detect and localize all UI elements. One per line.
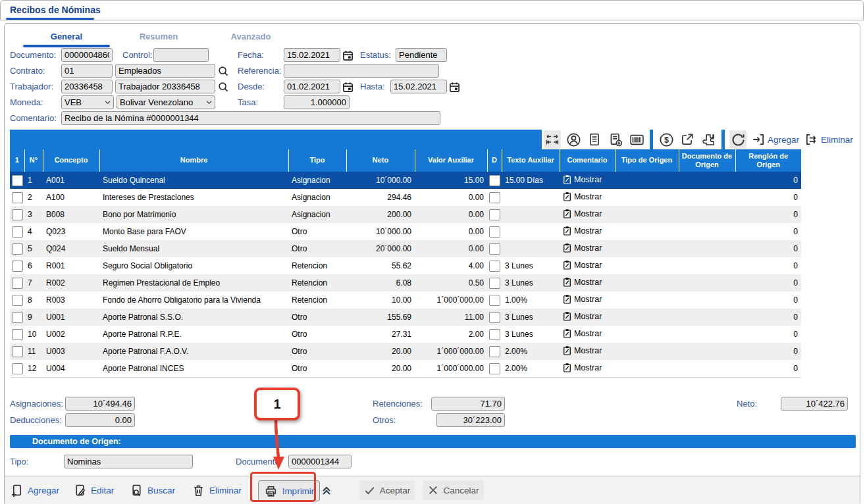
table-row[interactable]: 11U003Aporte Patronal F.A.O.V.Otro20.001… [10, 343, 801, 360]
mostrar-link[interactable]: Mostrar [563, 328, 602, 338]
mostrar-link[interactable]: Mostrar [563, 260, 602, 270]
col-header-valor-aux[interactable]: Valor Auxiliar [415, 149, 487, 172]
row-select-checkbox[interactable] [12, 312, 23, 323]
mostrar-link[interactable]: Mostrar [563, 294, 602, 304]
currency-button[interactable]: $ [658, 130, 675, 149]
moneda-name-select[interactable]: Bolivar Venezolano [117, 95, 215, 109]
d-checkbox[interactable] [489, 226, 500, 238]
col-header-num[interactable]: N° [24, 149, 43, 172]
row-select-checkbox[interactable] [12, 175, 23, 186]
documento-input[interactable] [61, 48, 113, 62]
worker-info-button[interactable] [565, 130, 582, 149]
buscar-button[interactable]: Buscar [130, 484, 175, 497]
col-header-texto-aux[interactable]: Texto Auxiliar [502, 149, 560, 172]
col-header-tipo-origen[interactable]: Tipo de Origen [615, 149, 679, 172]
col-header-d[interactable]: D [487, 149, 502, 172]
d-checkbox[interactable] [489, 243, 500, 255]
fecha-input[interactable] [284, 48, 340, 62]
fecha-calendar-button[interactable] [341, 49, 354, 62]
tab-avanzado[interactable]: Avanzado [205, 28, 297, 45]
d-checkbox[interactable] [489, 209, 500, 220]
refresh-button[interactable] [729, 130, 747, 149]
row-select-checkbox[interactable] [12, 192, 23, 203]
hasta-calendar-button[interactable] [448, 80, 461, 93]
table-row[interactable]: 9U001Aporte Patronal S.S.O.Otro155.6911.… [10, 309, 801, 326]
d-checkbox[interactable] [489, 192, 500, 203]
col-header-comentario[interactable]: Comentario [560, 149, 615, 172]
row-select-checkbox[interactable] [12, 226, 23, 238]
estatus-input[interactable] [396, 48, 447, 62]
tab-general[interactable]: General [20, 28, 113, 45]
document-add-button[interactable] [607, 130, 624, 149]
mostrar-link[interactable]: Mostrar [563, 191, 602, 201]
referencia-input[interactable] [284, 64, 439, 78]
contrato-code-input[interactable] [61, 64, 113, 78]
comentario-input[interactable] [61, 111, 440, 125]
table-row[interactable]: 1A001Sueldo QuincenalAsignacion10´000.00… [10, 172, 801, 189]
col-header-neto[interactable]: Neto [346, 149, 415, 172]
col-header-concepto[interactable]: Concepto [43, 149, 99, 172]
trabajador-code-input[interactable] [61, 80, 113, 93]
row-select-checkbox[interactable] [12, 261, 23, 272]
mostrar-link[interactable]: Mostrar [563, 174, 602, 184]
trabajador-search-button[interactable] [217, 80, 230, 93]
d-checkbox[interactable] [489, 346, 500, 357]
row-select-checkbox[interactable] [12, 209, 23, 220]
mostrar-link[interactable]: Mostrar [563, 226, 602, 236]
tasa-input[interactable] [284, 95, 350, 109]
mostrar-link[interactable]: Mostrar [563, 243, 602, 253]
table-row[interactable]: 10U002Aporte Patronal R.P.E.Otro27.312.0… [10, 326, 801, 343]
table-row[interactable]: 12U004Aporte Patronal INCESOtro20.001´00… [10, 360, 801, 378]
moneda-code-select[interactable]: VEB [61, 95, 114, 109]
col-header-nombre[interactable]: Nombre [99, 149, 288, 172]
grid-agregar-button[interactable]: Agregar [751, 132, 799, 147]
open-external-button[interactable] [679, 130, 696, 149]
barcode-button[interactable] [628, 130, 645, 149]
hasta-input[interactable] [390, 80, 447, 93]
table-row[interactable]: 2A100Intereses de PrestacionesAsignacion… [10, 189, 801, 206]
mostrar-link[interactable]: Mostrar [563, 363, 602, 372]
col-header-tipo[interactable]: Tipo [288, 149, 346, 172]
row-select-checkbox[interactable] [12, 346, 23, 357]
origen-tipo-input[interactable] [64, 455, 193, 468]
tab-resumen[interactable]: Resumen [113, 28, 205, 45]
row-select-checkbox[interactable] [12, 278, 23, 289]
d-checkbox[interactable] [489, 312, 500, 323]
contrato-search-button[interactable] [217, 64, 230, 78]
d-checkbox[interactable] [489, 278, 500, 289]
resize-columns-button[interactable] [544, 130, 561, 149]
mostrar-link[interactable]: Mostrar [563, 311, 602, 321]
mostrar-link[interactable]: Mostrar [563, 209, 602, 218]
editar-button[interactable]: Editar [73, 484, 114, 497]
d-checkbox[interactable] [489, 295, 500, 306]
control-input[interactable] [153, 48, 209, 62]
col-header-select[interactable]: 1 [10, 149, 24, 172]
mostrar-link[interactable]: Mostrar [563, 345, 602, 355]
eliminar-button[interactable]: Eliminar [192, 484, 242, 497]
col-header-doc-origen[interactable]: Documento de Origen [679, 149, 735, 172]
row-select-checkbox[interactable] [12, 295, 23, 306]
d-checkbox[interactable] [489, 175, 500, 186]
trabajador-name-input[interactable] [115, 80, 215, 93]
contrato-name-input[interactable] [115, 64, 215, 78]
origen-documento-input[interactable] [288, 455, 352, 468]
desde-calendar-button[interactable] [341, 80, 354, 93]
table-row[interactable]: 3B008Bono por MatrimonioAsignacion200.00… [10, 206, 801, 223]
row-select-checkbox[interactable] [12, 329, 23, 340]
table-row[interactable]: 4Q023Monto Base para FAOVOtro10´000.000.… [10, 223, 801, 240]
d-checkbox[interactable] [489, 363, 500, 374]
grid-eliminar-button[interactable]: Eliminar [804, 132, 853, 147]
collapse-toolbar-button[interactable] [321, 484, 332, 496]
d-checkbox[interactable] [489, 329, 500, 340]
table-row[interactable]: 8R003Fondo de Ahorro Obligatorio para la… [10, 291, 801, 309]
plugin-button[interactable] [700, 130, 717, 149]
table-row[interactable]: 7R002Regimen Prestacional de EmpleoReten… [10, 274, 801, 291]
imprimir-button[interactable]: Imprimir [258, 480, 320, 501]
aceptar-button[interactable]: Aceptar [359, 480, 415, 500]
row-select-checkbox[interactable] [12, 363, 23, 374]
col-header-renglon[interactable]: Renglón de Origen [735, 149, 801, 172]
cancelar-button[interactable]: Cancelar [423, 480, 484, 500]
agregar-button[interactable]: Agregar [10, 484, 59, 497]
mostrar-link[interactable]: Mostrar [563, 277, 602, 287]
desde-input[interactable] [284, 80, 340, 93]
